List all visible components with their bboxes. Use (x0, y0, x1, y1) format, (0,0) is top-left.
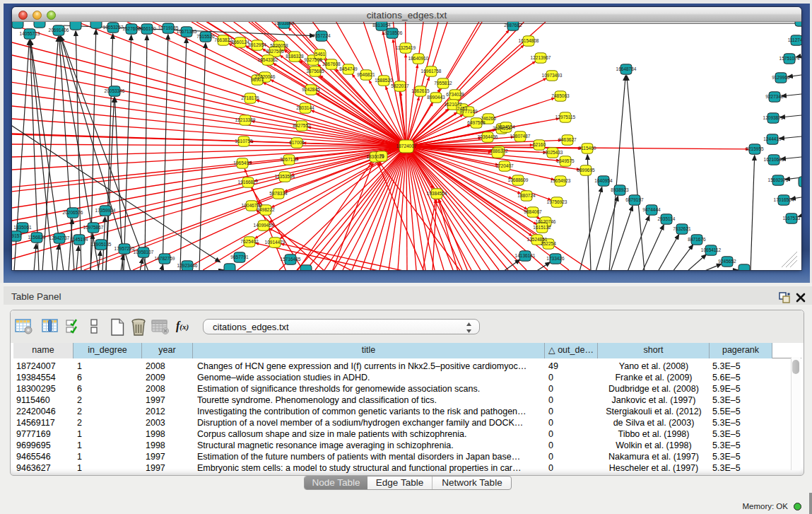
svg-text:98901: 98901 (251, 77, 264, 82)
svg-text:6497568: 6497568 (467, 120, 486, 125)
svg-text:14055713: 14055713 (20, 31, 40, 36)
svg-text:17359924: 17359924 (95, 208, 116, 213)
svg-text:16033809: 16033809 (274, 22, 295, 25)
svg-text:9777169: 9777169 (459, 109, 478, 114)
svg-text:6466100: 6466100 (138, 26, 156, 31)
svg-text:2718176: 2718176 (241, 95, 259, 100)
svg-text:20691406: 20691406 (49, 28, 69, 33)
svg-text:1965493: 1965493 (233, 160, 252, 165)
svg-text:8912954: 8912954 (248, 42, 266, 47)
svg-text:14099459: 14099459 (254, 223, 274, 228)
svg-text:1615132: 1615132 (533, 225, 551, 230)
svg-text:10973493: 10973493 (542, 73, 563, 78)
svg-text:7663822: 7663822 (214, 37, 233, 42)
svg-text:16648784: 16648784 (616, 66, 637, 71)
svg-text:75: 75 (379, 153, 384, 158)
svg-text:7357224: 7357224 (312, 33, 331, 38)
svg-text:39157: 39157 (12, 233, 22, 238)
svg-text:2087682: 2087682 (504, 23, 522, 28)
svg-text:1835061: 1835061 (13, 225, 32, 230)
svg-text:1880724: 1880724 (517, 193, 536, 198)
svg-text:9657791: 9657791 (230, 255, 249, 259)
svg-text:1362615: 1362615 (411, 88, 430, 93)
svg-text:19384554: 19384554 (427, 191, 447, 196)
svg-text:16961758: 16961758 (421, 69, 442, 74)
svg-text:9463627: 9463627 (558, 137, 577, 142)
svg-text:8471676: 8471676 (688, 237, 706, 242)
svg-text:10025433: 10025433 (543, 150, 563, 155)
svg-text:9327505: 9327505 (266, 49, 284, 54)
svg-text:10958107: 10958107 (134, 250, 154, 255)
svg-text:10671385: 10671385 (177, 29, 197, 34)
svg-text:7955812: 7955812 (434, 81, 452, 86)
svg-text:9327508: 9327508 (304, 57, 322, 62)
svg-text:9474444: 9474444 (642, 207, 661, 212)
svg-text:9227342: 9227342 (765, 94, 784, 99)
svg-text:7886372: 7886372 (490, 148, 508, 153)
svg-text:9245652: 9245652 (718, 259, 736, 264)
svg-text:252254: 252254 (541, 241, 556, 246)
svg-text:8813054: 8813054 (372, 23, 391, 28)
svg-text:5461: 5461 (315, 52, 326, 57)
svg-text:10914479: 10914479 (265, 240, 286, 245)
svg-text:2803144: 2803144 (296, 105, 314, 110)
svg-text:7632621: 7632621 (673, 226, 691, 231)
svg-text:1167533: 1167533 (783, 216, 801, 221)
svg-text:2867608: 2867608 (322, 62, 341, 66)
svg-text:6879197: 6879197 (625, 197, 644, 202)
svg-text:14136141: 14136141 (515, 253, 536, 258)
svg-text:20053346: 20053346 (105, 88, 125, 93)
svg-text:10807487: 10807487 (510, 134, 531, 139)
svg-text:7625402: 7625402 (240, 239, 259, 244)
svg-text:3824554: 3824554 (497, 124, 515, 129)
svg-text:617006: 617006 (289, 140, 305, 145)
svg-text:10653257: 10653257 (103, 25, 124, 30)
svg-text:11353594: 11353594 (275, 174, 295, 179)
svg-text:16154808: 16154808 (519, 38, 539, 43)
svg-text:1156829: 1156829 (28, 235, 46, 240)
svg-text:9546821: 9546821 (357, 72, 375, 77)
svg-text:1588520: 1588520 (375, 78, 393, 83)
svg-text:16543362: 16543362 (258, 57, 278, 62)
svg-text:1244419: 1244419 (763, 136, 782, 141)
svg-text:15751074: 15751074 (779, 56, 800, 61)
svg-text:10654112: 10654112 (701, 247, 722, 252)
svg-text:7515526: 7515526 (196, 34, 215, 39)
svg-text:18640910: 18640910 (408, 56, 429, 61)
svg-text:1349575: 1349575 (556, 158, 575, 163)
svg-text:19166827: 19166827 (238, 180, 259, 185)
svg-text:1145194: 1145194 (71, 237, 88, 242)
svg-text:20364436: 20364436 (478, 134, 498, 139)
svg-text:16782759: 16782759 (155, 256, 175, 261)
svg-text:16210643: 16210643 (764, 157, 784, 162)
svg-text:62160: 62160 (533, 142, 546, 147)
svg-text:8186328: 8186328 (286, 54, 304, 59)
svg-text:10975867: 10975867 (83, 225, 104, 230)
svg-text:12942737: 12942737 (49, 235, 70, 240)
svg-text:5226058: 5226058 (270, 43, 288, 48)
svg-text:17957225: 17957225 (114, 246, 135, 251)
svg-text:8454749: 8454749 (339, 66, 358, 71)
svg-text:16120746: 16120746 (536, 219, 556, 224)
svg-text:1720407: 1720407 (495, 163, 514, 168)
svg-text:12213967: 12213967 (531, 55, 551, 60)
svg-text:8938923: 8938923 (611, 187, 629, 192)
svg-text:18724007: 18724007 (396, 144, 417, 148)
svg-text:3875685: 3875685 (306, 69, 324, 74)
svg-text:11325419: 11325419 (396, 45, 416, 50)
svg-text:1733426: 1733426 (546, 256, 565, 261)
svg-text:9498222: 9498222 (257, 207, 275, 212)
svg-text:10688609: 10688609 (508, 177, 529, 182)
svg-text:8215955: 8215955 (746, 146, 764, 151)
svg-text:1640954: 1640954 (594, 178, 613, 183)
svg-text:19218506: 19218506 (382, 30, 403, 35)
svg-text:17016504: 17016504 (774, 197, 794, 202)
svg-text:12905135: 12905135 (91, 242, 112, 247)
svg-text:12923446: 12923446 (177, 263, 198, 268)
svg-text:20206576: 20206576 (63, 210, 83, 215)
svg-text:19756923: 19756923 (547, 199, 567, 204)
svg-text:8660124: 8660124 (231, 40, 249, 45)
svg-text:9115460: 9115460 (579, 146, 596, 151)
svg-text:5822017: 5822017 (391, 83, 409, 88)
svg-text:2935114: 2935114 (658, 216, 676, 221)
